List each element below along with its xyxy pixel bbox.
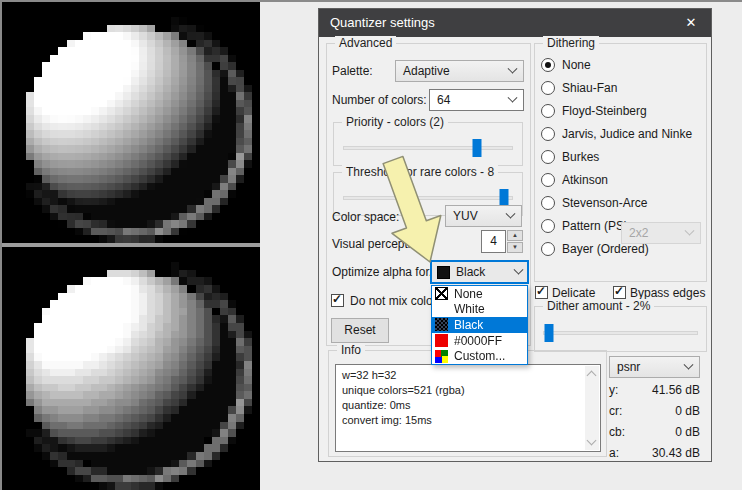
metrics-panel: y:41.56 dBcr:0 dBcb:0 dBa:30.43 dB [609, 383, 700, 459]
palette-label: Palette: [332, 64, 373, 78]
do-not-mix-colors-checkbox[interactable] [331, 294, 344, 307]
radio-icon[interactable] [541, 242, 555, 256]
chevron-down-icon [514, 264, 524, 274]
dither-option-shiau-fan[interactable]: Shiau-Fan [541, 78, 617, 98]
threshold-slider[interactable] [343, 196, 513, 200]
chevron-down-icon [506, 208, 516, 218]
alpha-option-label: Black [454, 318, 483, 332]
dither-option-jarvis-judice-and-ninke[interactable]: Jarvis, Judice and Ninke [541, 124, 692, 144]
radio-icon[interactable] [541, 173, 555, 187]
quantized-sphere-canvas [2, 247, 260, 490]
dither-amount-slider[interactable] [543, 331, 698, 335]
dithering-group: Dithering NoneShiau-FanFloyd-SteinbergJa… [534, 43, 707, 282]
info-textarea[interactable]: w=32 h=32 unique colors=521 (rgba) quant… [335, 364, 601, 452]
optimize-alpha-open-list: NoneWhiteBlack#0000FFCustom... [431, 285, 528, 365]
scroll-up-icon[interactable] [587, 371, 597, 381]
priority-group: Priority - colors (2) [333, 122, 523, 166]
pattern-size-dropdown[interactable]: 2x2 [621, 222, 701, 244]
radio-icon[interactable] [541, 150, 555, 164]
number-of-colors-dropdown[interactable]: 64 [429, 89, 524, 111]
visual-perception-label: Visual perception: [332, 237, 427, 251]
optimize-alpha-value: Black [456, 265, 485, 279]
chevron-down-icon [684, 359, 694, 369]
alpha-option-black[interactable]: Black [432, 317, 527, 333]
black-swatch-icon [437, 266, 450, 279]
optimize-alpha-dropdown[interactable]: Black [430, 260, 529, 284]
delicate-checkbox[interactable] [535, 286, 548, 299]
metric-value: 30.43 dB [652, 446, 700, 459]
dialog-titlebar[interactable]: Quantizer settings ✕ [319, 9, 711, 37]
dither-option-none[interactable]: None [541, 55, 591, 75]
metric-row-y: y:41.56 dB [609, 383, 700, 396]
info-scrollbar[interactable] [585, 366, 599, 450]
delicate-label: Delicate [552, 286, 595, 300]
dialog-title: Quantizer settings [330, 15, 435, 30]
scroll-down-icon[interactable] [587, 436, 597, 446]
alpha-option--0000ff[interactable]: #0000FF [432, 333, 527, 349]
metric-value: 0 dB [675, 404, 700, 417]
radio-icon[interactable] [541, 196, 555, 210]
radio-icon[interactable] [541, 219, 555, 233]
color-space-dropdown[interactable]: YUV [445, 205, 522, 227]
alpha-option-label: #0000FF [454, 334, 502, 348]
metric-key: cb: [609, 425, 625, 438]
alpha-option-white[interactable]: White [432, 302, 527, 318]
original-image-preview [2, 2, 260, 243]
dither-option-label: Shiau-Fan [562, 81, 617, 95]
alpha-option-custom-[interactable]: Custom... [432, 348, 527, 364]
threshold-group-label: Threshold for rare colors - 8 [342, 165, 498, 179]
metric-value: 0 dB [675, 425, 700, 438]
do-not-mix-colors-label: Do not mix colors [350, 294, 443, 308]
metric-row-a: a:30.43 dB [609, 446, 700, 459]
dither-amount-label: Dither amount - 2% [543, 299, 654, 313]
none-swatch-icon [435, 287, 448, 300]
visual-perception-field[interactable]: 4 [481, 230, 506, 253]
dither-option-label: Atkinson [562, 173, 608, 187]
reset-button-label: Reset [344, 323, 375, 337]
quad-swatch-icon [435, 350, 448, 363]
spin-up-icon[interactable]: ▲ [507, 230, 523, 241]
radio-selected-icon[interactable] [541, 58, 555, 72]
close-icon[interactable]: ✕ [675, 9, 707, 37]
dither-option-label: Jarvis, Judice and Ninke [562, 127, 692, 141]
dither-option-label: Pattern (PS) [562, 219, 628, 233]
dither-amount-slider-thumb[interactable] [544, 324, 553, 342]
checker-swatch-icon [435, 318, 448, 331]
original-sphere-canvas [2, 2, 260, 243]
info-group-label: Info [337, 343, 365, 357]
priority-slider-thumb[interactable] [472, 139, 481, 157]
palette-dropdown[interactable]: Adaptive [395, 60, 524, 82]
dither-amount-group: Dither amount - 2% [534, 306, 707, 352]
priority-slider[interactable] [343, 146, 513, 150]
dither-option-stevenson-arce[interactable]: Stevenson-Arce [541, 193, 647, 213]
dithering-group-label: Dithering [543, 36, 599, 50]
dither-option-atkinson[interactable]: Atkinson [541, 170, 608, 190]
info-group: Info w=32 h=32 unique colors=521 (rgba) … [328, 350, 607, 457]
dither-option-label: Burkes [562, 150, 599, 164]
bypass-edges-checkbox[interactable] [613, 286, 626, 299]
dither-option-label: Floyd-Steinberg [562, 104, 647, 118]
quantized-image-preview [2, 247, 260, 490]
spin-down-icon[interactable]: ▼ [507, 242, 523, 253]
white-swatch-icon [435, 303, 448, 316]
reset-button[interactable]: Reset [331, 318, 389, 343]
number-of-colors-label: Number of colors: [332, 93, 427, 107]
chevron-down-icon [508, 92, 518, 102]
metric-row-cr: cr:0 dB [609, 404, 700, 417]
alpha-option-none[interactable]: None [432, 286, 527, 302]
radio-icon[interactable] [541, 127, 555, 141]
dither-option-floyd-steinberg[interactable]: Floyd-Steinberg [541, 101, 647, 121]
dither-option-label: Stevenson-Arce [562, 196, 647, 210]
radio-icon[interactable] [541, 104, 555, 118]
bypass-edges-label: Bypass edges [630, 286, 705, 300]
priority-group-label: Priority - colors (2) [342, 115, 448, 129]
radio-icon[interactable] [541, 81, 555, 95]
metric-mode-value: psnr [617, 360, 640, 374]
color-space-value: YUV [453, 209, 478, 223]
dither-option-pattern-ps-[interactable]: Pattern (PS) [541, 216, 628, 236]
metric-key: y: [609, 383, 618, 396]
dither-option-burkes[interactable]: Burkes [541, 147, 599, 167]
metric-mode-dropdown[interactable]: psnr [609, 356, 700, 378]
color-space-label: Color space: [332, 210, 399, 224]
red-swatch-icon [435, 334, 448, 347]
